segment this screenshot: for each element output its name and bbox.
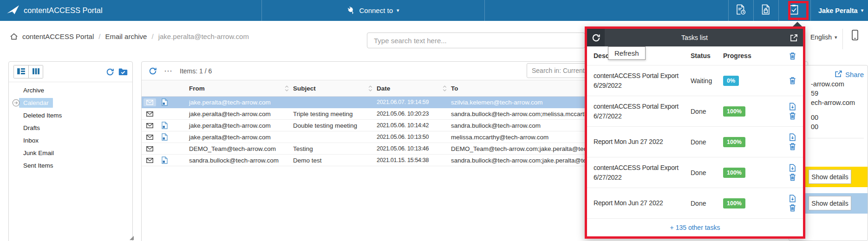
task-row: Report Mon Jun 27 2022Done100% (587, 126, 803, 157)
refresh-list-button[interactable] (149, 67, 157, 75)
folder-select-button[interactable] (118, 68, 128, 76)
folder-item-junk-email[interactable]: Junk Email (9, 147, 132, 159)
detail-clipped-line: 59 (811, 89, 855, 98)
delete-task-button[interactable] (789, 204, 796, 212)
folder-tree: ArchiveCalendarDeleted ItemsDraftsInboxJ… (9, 82, 132, 172)
breadcrumb-separator: / (98, 33, 100, 40)
tasks-panel-header: Tasks list (587, 29, 803, 46)
download-task-button[interactable] (789, 103, 796, 111)
sort-icon[interactable] (438, 85, 451, 91)
task-description: contentACCESS Portal Export 6/27/2022 (594, 163, 691, 182)
download-task-button[interactable] (789, 133, 796, 141)
legal-hold-button[interactable] (753, 0, 778, 21)
sort-icon[interactable] (364, 85, 377, 91)
chevron-down-icon: ▾ (861, 7, 864, 13)
show-details-button-blue[interactable]: Show details (809, 196, 851, 210)
more-tasks-link[interactable]: + 135 other tasks (587, 218, 803, 236)
view-toggle-list-button[interactable] (14, 65, 28, 78)
chevron-down-icon: ▾ (835, 34, 837, 40)
language-selector[interactable]: English ▾ (810, 33, 837, 41)
open-tasks-page-button[interactable] (784, 34, 803, 42)
folder-sidebar: ArchiveCalendarDeleted ItemsDraftsInboxJ… (8, 61, 133, 241)
task-progress-badge: 100% (723, 106, 745, 117)
cell-date: 2021.05.06. 10:20:23 (377, 111, 438, 117)
task-progress-badge: 100% (723, 198, 745, 208)
task-row: contentACCESS Portal Export 6/27/2022Don… (587, 96, 803, 126)
task-description: contentACCESS Portal Export 6/29/2022 (594, 71, 691, 90)
detail-divider (808, 138, 864, 138)
list-view-icon (17, 68, 25, 76)
delete-task-button[interactable] (789, 173, 796, 181)
search-input[interactable] (367, 33, 585, 48)
download-task-button[interactable] (789, 195, 796, 202)
connect-to-button[interactable]: Connect to ▾ (261, 0, 484, 21)
attachment-icon (157, 156, 171, 164)
show-details-button-yellow[interactable]: Show details (809, 169, 851, 184)
cell-subject: Triple testing meeting (293, 111, 364, 117)
task-progress-badge: 100% (723, 168, 745, 178)
column-header-date[interactable]: Date (377, 85, 438, 92)
sort-icon[interactable] (280, 85, 293, 91)
tasks-column-header-progress: Progress (723, 52, 782, 59)
folder-item-drafts[interactable]: Drafts (9, 122, 132, 134)
cell-from: jake.peralta@tech-arrow.com (189, 99, 280, 106)
email-envelope-icon (142, 110, 157, 118)
view-toggle-columns-button[interactable] (28, 65, 43, 78)
email-envelope-icon (142, 145, 157, 153)
folder-item-calendar[interactable]: Calendar (9, 97, 132, 109)
home-icon[interactable] (10, 33, 18, 40)
task-status: Waiting (691, 77, 723, 85)
folder-item-deleted-items[interactable]: Deleted Items (9, 109, 132, 122)
cell-date: 2021.05.06. 10:13:50 (377, 134, 438, 140)
email-envelope-icon (142, 122, 157, 130)
delete-task-button[interactable] (789, 77, 796, 85)
tasks-column-header-status: Status (691, 52, 723, 59)
more-options-button[interactable]: ⋯ (164, 66, 173, 76)
delete-all-tasks-button[interactable] (782, 52, 803, 60)
folder-item-archive[interactable]: Archive (9, 84, 132, 97)
plug-icon (346, 6, 355, 16)
scrollbar-grip[interactable] (130, 236, 134, 240)
brand-arrow-icon (7, 5, 20, 17)
view-toggle-group (13, 65, 43, 78)
clipboard-check-icon (789, 4, 799, 17)
column-header-from[interactable]: From (189, 85, 280, 92)
breadcrumb-item[interactable]: contentACCESS Portal (22, 33, 94, 40)
delete-task-button[interactable] (789, 112, 796, 120)
download-task-button[interactable] (789, 164, 796, 172)
mobile-view-button[interactable] (852, 30, 858, 42)
chevron-down-icon: ▾ (397, 7, 399, 13)
tasks-list-body: contentACCESS Portal Export 6/29/2022Wai… (587, 65, 803, 218)
cell-date: 2021.05.06. 10:14:42 (377, 122, 438, 129)
cell-from: DEMO_Team@tech-arrow.com (189, 145, 280, 152)
task-status: Done (691, 200, 723, 207)
folder-label: Junk Email (19, 148, 58, 158)
delete-task-button[interactable] (789, 143, 796, 150)
folder-item-inbox[interactable]: Inbox (9, 134, 132, 147)
user-menu[interactable]: Jake Peralta ▾ (818, 0, 863, 21)
breadcrumb-item[interactable]: Email archive (105, 33, 147, 40)
report-button[interactable] (728, 0, 753, 21)
folder-item-sent-items[interactable]: Sent Items (9, 159, 132, 172)
contentaccess-portal-app: contentACCESS Portal Connect to ▾ (0, 0, 868, 241)
task-description: Report Mon Jun 27 2022 (594, 137, 691, 146)
topbar-divider (484, 0, 485, 21)
tasks-panel-title: Tasks list (605, 34, 784, 41)
email-envelope-icon (142, 133, 157, 141)
folder-label: Deleted Items (19, 111, 66, 120)
refresh-folders-button[interactable] (106, 68, 114, 76)
share-button[interactable]: Share (835, 70, 864, 79)
refresh-tasks-button[interactable] (587, 29, 605, 46)
tasks-button[interactable] (781, 0, 806, 21)
task-progress-badge: 100% (723, 137, 745, 147)
detail-clipped-line: 00 (811, 122, 818, 131)
refresh-tooltip: Refresh (608, 46, 646, 60)
breadcrumb-item[interactable]: jake.peralta@tech-arrow.com (158, 33, 249, 40)
cell-from: sandra.bullock@tech-arrow.com (189, 157, 280, 164)
detail-clipped-line: ech-arrow.com (811, 98, 855, 107)
column-header-subject[interactable]: Subject (293, 85, 364, 92)
cell-date: 2021.01.15. 15:54:38 (377, 157, 438, 163)
document-lock-icon (761, 4, 770, 17)
cell-subject: Testing (293, 145, 364, 152)
app-logo[interactable]: contentACCESS Portal (7, 0, 103, 21)
